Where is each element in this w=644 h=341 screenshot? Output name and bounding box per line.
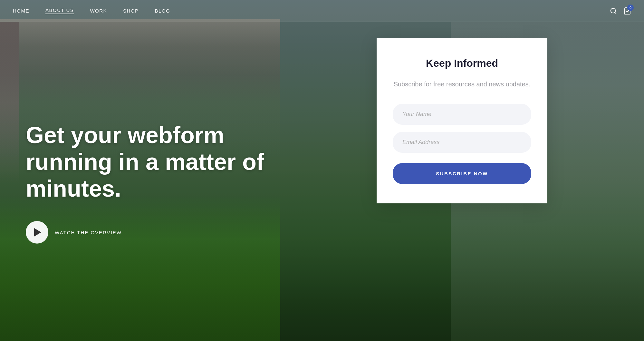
statue-element [0,22,19,183]
card-subtitle: Subscribe for free resources and news up… [393,79,531,89]
nav-work[interactable]: WORK [90,8,107,14]
cart-button[interactable]: 0 [623,7,631,15]
subscribe-card: Keep Informed Subscribe for free resourc… [377,38,547,203]
play-circle [26,221,48,244]
cart-count: 0 [627,5,634,11]
navigation: HOME ABOUT US WORK SHOP BLOG 0 [0,0,644,22]
email-input[interactable] [393,132,531,153]
nav-about[interactable]: ABOUT US [45,7,74,14]
hero-title: Get your webform running in a matter of … [26,122,277,202]
card-title: Keep Informed [393,57,531,69]
nav-icons: 0 [610,7,631,15]
subscribe-button[interactable]: SUBSCRIBE NOW [393,163,531,184]
play-icon [34,228,41,237]
watch-overview-button[interactable]: WATCH THE OVERVIEW [26,221,122,244]
name-input[interactable] [393,104,531,125]
watch-label: WATCH THE OVERVIEW [55,230,122,235]
svg-line-1 [615,12,616,14]
nav-home[interactable]: HOME [13,8,29,14]
nav-blog[interactable]: BLOG [155,8,170,14]
search-button[interactable] [610,7,617,15]
nav-links: HOME ABOUT US WORK SHOP BLOG [13,7,170,14]
hero-content: Get your webform running in a matter of … [26,122,277,244]
nav-shop[interactable]: SHOP [123,8,139,14]
